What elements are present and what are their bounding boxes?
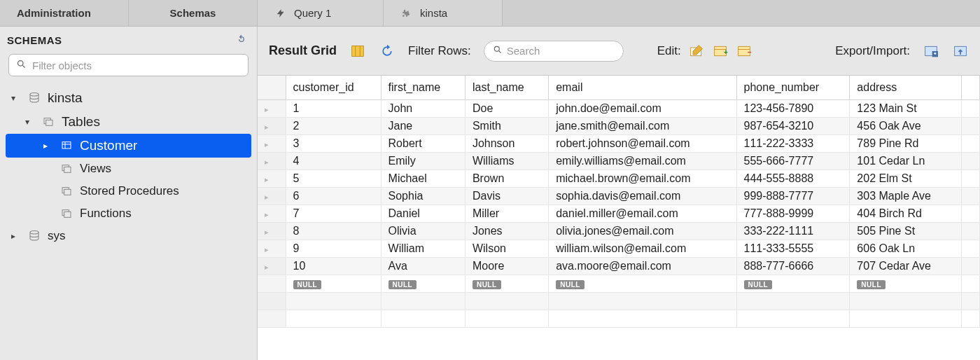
table-row[interactable]: ▸4EmilyWilliamsemily.williams@email.com5… (258, 153, 980, 170)
table-row[interactable]: ▸6SophiaDavissophia.davis@email.com999-8… (258, 188, 980, 205)
cell[interactable]: Doe (465, 100, 548, 118)
cell[interactable]: 5 (286, 170, 381, 188)
tree-node-views[interactable]: Views (6, 158, 251, 180)
cell[interactable]: 707 Cedar Ave (850, 258, 961, 275)
cell[interactable]: Emily (381, 153, 465, 170)
cell[interactable]: Jones (465, 223, 548, 240)
cell[interactable]: 999-888-7777 (736, 188, 850, 205)
cell[interactable]: jane.smith@email.com (549, 118, 736, 135)
cell[interactable]: NULL (381, 275, 465, 293)
cell[interactable]: 101 Cedar Ln (850, 153, 961, 170)
tree-node-stored-procedures[interactable]: Stored Procedures (6, 180, 251, 202)
cell[interactable]: 10 (286, 258, 381, 275)
table-row[interactable]: ▸1JohnDoejohn.doe@email.com123-456-78901… (258, 100, 980, 118)
import-icon[interactable] (952, 43, 969, 59)
row-gutter[interactable]: ▸ (258, 100, 286, 118)
table-row[interactable]: ▸9WilliamWilsonwilliam.wilson@email.com1… (258, 240, 980, 258)
cell[interactable]: John (381, 100, 465, 118)
cell[interactable]: 123 Main St (850, 100, 961, 118)
cell[interactable]: 111-333-5555 (736, 240, 850, 258)
cell[interactable]: 404 Birch Rd (850, 205, 961, 223)
column-header[interactable]: customer_id (286, 76, 381, 100)
filter-objects-input[interactable] (32, 60, 241, 71)
refresh-icon[interactable] (379, 43, 396, 59)
cell[interactable]: Miller (465, 205, 548, 223)
cell[interactable]: Olivia (381, 223, 465, 240)
cell[interactable]: Davis (465, 188, 548, 205)
cell[interactable]: emily.williams@email.com (549, 153, 736, 170)
cell[interactable]: 303 Maple Ave (850, 188, 961, 205)
table-row[interactable]: ▸5MichaelBrownmichael.brown@email.com444… (258, 170, 980, 188)
cell[interactable]: john.doe@email.com (549, 100, 736, 118)
cell[interactable]: 9 (286, 240, 381, 258)
cell[interactable]: Robert (381, 135, 465, 153)
cell[interactable]: Johnson (465, 135, 548, 153)
cell[interactable]: Daniel (381, 205, 465, 223)
table-row[interactable]: ▸7DanielMillerdaniel.miller@email.com777… (258, 205, 980, 223)
row-gutter[interactable]: ▸ (258, 188, 286, 205)
cell[interactable]: Sophia (381, 188, 465, 205)
cell[interactable]: NULL (465, 275, 548, 293)
cell[interactable]: 3 (286, 135, 381, 153)
tree-node-kinsta[interactable]: ▾ kinsta (6, 86, 251, 110)
table-row[interactable]: ▸2JaneSmithjane.smith@email.com987-654-3… (258, 118, 980, 135)
cell[interactable]: 456 Oak Ave (850, 118, 961, 135)
tree-node-functions[interactable]: Functions (6, 202, 251, 225)
cell[interactable]: Wilson (465, 240, 548, 258)
cell[interactable]: 6 (286, 188, 381, 205)
result-grid[interactable]: customer_idfirst_namelast_nameemailphone… (258, 76, 980, 328)
cell[interactable]: Jane (381, 118, 465, 135)
cell[interactable]: 555-666-7777 (736, 153, 850, 170)
cell[interactable]: Williams (465, 153, 548, 170)
row-gutter[interactable]: ▸ (258, 205, 286, 223)
result-grid-wrap[interactable]: customer_idfirst_namelast_nameemailphone… (258, 76, 980, 360)
filter-objects-input-wrap[interactable] (8, 54, 248, 76)
cell[interactable]: 789 Pine Rd (850, 135, 961, 153)
cell[interactable]: NULL (736, 275, 850, 293)
row-gutter[interactable]: ▸ (258, 153, 286, 170)
edit-row-icon[interactable] (688, 43, 705, 59)
row-gutter[interactable]: ▸ (258, 223, 286, 240)
cell[interactable]: NULL (850, 275, 961, 293)
tree-node-sys[interactable]: ▸ sys (6, 225, 251, 247)
cell[interactable]: 505 Pine St (850, 223, 961, 240)
row-gutter[interactable] (258, 275, 286, 293)
cell[interactable]: 333-222-1111 (736, 223, 850, 240)
cell[interactable]: NULL (549, 275, 736, 293)
cell[interactable]: ava.moore@email.com (549, 258, 736, 275)
tab-administration[interactable]: Administration (0, 0, 129, 26)
row-gutter[interactable]: ▸ (258, 118, 286, 135)
cell[interactable]: 987-654-3210 (736, 118, 850, 135)
filter-rows-search[interactable] (484, 41, 624, 62)
cell[interactable]: 8 (286, 223, 381, 240)
cell[interactable]: michael.brown@email.com (549, 170, 736, 188)
filter-rows-input[interactable] (507, 45, 640, 57)
row-gutter[interactable]: ▸ (258, 170, 286, 188)
add-row-icon[interactable]: + (712, 43, 729, 59)
column-header[interactable]: email (549, 76, 736, 100)
cell[interactable]: william.wilson@email.com (549, 240, 736, 258)
cell[interactable]: Ava (381, 258, 465, 275)
cell[interactable]: daniel.miller@email.com (549, 205, 736, 223)
column-header[interactable]: last_name (465, 76, 548, 100)
cell[interactable]: 2 (286, 118, 381, 135)
row-gutter[interactable]: ▸ (258, 135, 286, 153)
cell[interactable]: Moore (465, 258, 548, 275)
export-icon[interactable] (923, 43, 939, 59)
row-gutter[interactable]: ▸ (258, 258, 286, 275)
table-row-null[interactable]: NULLNULLNULLNULLNULLNULL (258, 275, 980, 293)
cell[interactable]: Smith (465, 118, 548, 135)
tab-kinsta[interactable]: kinsta (384, 0, 503, 26)
cell[interactable]: sophia.davis@email.com (549, 188, 736, 205)
refresh-icon[interactable] (236, 34, 247, 47)
column-header[interactable]: first_name (381, 76, 465, 100)
cell[interactable]: William (381, 240, 465, 258)
cell[interactable]: 888-777-6666 (736, 258, 850, 275)
cell[interactable]: Michael (381, 170, 465, 188)
cell[interactable]: olivia.jones@email.com (549, 223, 736, 240)
grid-view-icon[interactable] (349, 43, 366, 59)
cell[interactable]: 1 (286, 100, 381, 118)
cell[interactable]: 777-888-9999 (736, 205, 850, 223)
table-row[interactable]: ▸10AvaMooreava.moore@email.com888-777-66… (258, 258, 980, 275)
cell[interactable]: Brown (465, 170, 548, 188)
